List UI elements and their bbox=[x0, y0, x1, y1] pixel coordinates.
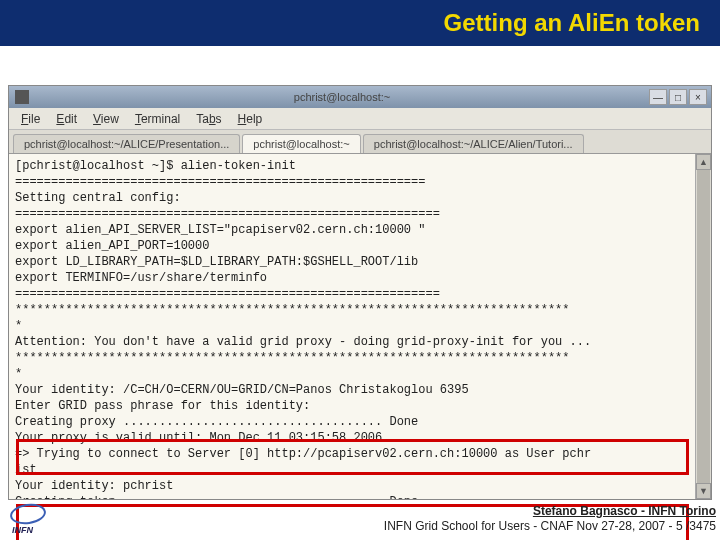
maximize-button[interactable]: □ bbox=[669, 89, 687, 105]
term-line: ****************************************… bbox=[15, 351, 570, 365]
menu-tabs[interactable]: Tabs bbox=[190, 110, 227, 128]
infn-logo: INFN bbox=[6, 502, 54, 534]
term-line: export alien_API_PORT=10000 bbox=[15, 239, 209, 253]
scroll-down-icon[interactable]: ▼ bbox=[696, 483, 711, 499]
term-line: export alien_API_SERVER_LIST="pcapiserv0… bbox=[15, 223, 425, 237]
footer-event: INFN Grid School for Users - CNAF Nov 27… bbox=[384, 519, 716, 534]
menu-terminal[interactable]: Terminal bbox=[129, 110, 186, 128]
term-line: Enter GRID pass phrase for this identity… bbox=[15, 399, 310, 413]
menu-help[interactable]: Help bbox=[232, 110, 269, 128]
term-line: Your proxy is valid until: Mon Dec 11 03… bbox=[15, 431, 382, 445]
term-line: => Trying to connect to Server [0] http:… bbox=[15, 447, 591, 461]
tab-tutorial[interactable]: pchrist@localhost:~/ALICE/Alien/Tutori..… bbox=[363, 134, 584, 153]
term-line: ist bbox=[15, 463, 37, 477]
slide-title-bar: Getting an AliEn token bbox=[0, 0, 720, 46]
term-line: Creating token .........................… bbox=[15, 495, 418, 499]
term-line: Attention: You don't have a valid grid p… bbox=[15, 335, 591, 349]
slide-title: Getting an AliEn token bbox=[444, 9, 700, 37]
term-line: ========================================… bbox=[15, 287, 440, 301]
vertical-scrollbar[interactable]: ▲ ▼ bbox=[695, 154, 711, 499]
menubar: File Edit View Terminal Tabs Help bbox=[9, 108, 711, 130]
term-line: ========================================… bbox=[15, 207, 440, 221]
terminal-window: pchrist@localhost:~ — □ × File Edit View… bbox=[8, 85, 712, 500]
tab-home[interactable]: pchrist@localhost:~ bbox=[242, 134, 360, 153]
term-line: Creating proxy .........................… bbox=[15, 415, 418, 429]
term-line: Your identity: /C=CH/O=CERN/OU=GRID/CN=P… bbox=[15, 383, 469, 397]
app-icon bbox=[15, 90, 29, 104]
term-line: * bbox=[15, 367, 22, 381]
term-line: export TERMINFO=/usr/share/terminfo bbox=[15, 271, 267, 285]
menu-view[interactable]: View bbox=[87, 110, 125, 128]
close-button[interactable]: × bbox=[689, 89, 707, 105]
term-line: Setting central config: bbox=[15, 191, 181, 205]
term-line: ****************************************… bbox=[15, 303, 570, 317]
term-line: * bbox=[15, 319, 22, 333]
logo-text: INFN bbox=[12, 525, 33, 535]
term-line: export LD_LIBRARY_PATH=$LD_LIBRARY_PATH:… bbox=[15, 255, 418, 269]
window-titlebar[interactable]: pchrist@localhost:~ — □ × bbox=[9, 86, 711, 108]
menu-file[interactable]: File bbox=[15, 110, 46, 128]
tab-presentation[interactable]: pchrist@localhost:~/ALICE/Presentation..… bbox=[13, 134, 240, 153]
terminal-output[interactable]: [pchrist@localhost ~]$ alien-token-init … bbox=[9, 154, 711, 499]
tab-bar: pchrist@localhost:~/ALICE/Presentation..… bbox=[9, 130, 711, 154]
scroll-up-icon[interactable]: ▲ bbox=[696, 154, 711, 170]
term-line: Your identity: pchrist bbox=[15, 479, 173, 493]
footer-author: Stefano Bagnasco - INFN Torino bbox=[384, 504, 716, 519]
slide-footer: INFN Stefano Bagnasco - INFN Torino INFN… bbox=[6, 502, 716, 534]
minimize-button[interactable]: — bbox=[649, 89, 667, 105]
term-line: [pchrist@localhost ~]$ alien-token-init bbox=[15, 159, 296, 173]
menu-edit[interactable]: Edit bbox=[50, 110, 83, 128]
window-title: pchrist@localhost:~ bbox=[35, 91, 649, 103]
term-line: ========================================… bbox=[15, 175, 425, 189]
logo-ellipse-icon bbox=[9, 502, 47, 527]
scroll-thumb[interactable] bbox=[697, 170, 710, 483]
